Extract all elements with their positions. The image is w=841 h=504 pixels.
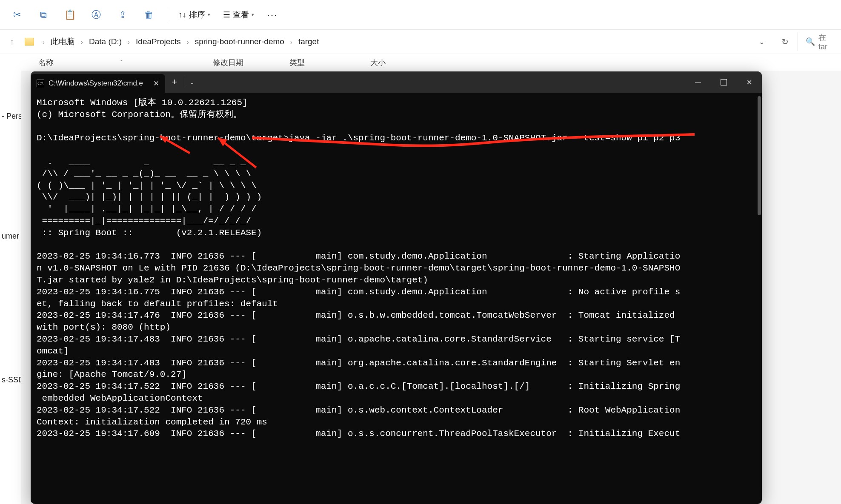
terminal-line: D:\IdeaProjects\spring-boot-runner-demo\… [37, 133, 680, 143]
folder-icon [25, 38, 34, 46]
breadcrumb-segment[interactable]: 此电脑 [51, 36, 75, 47]
terminal-line: 2023-02-25 19:34:17.609 INFO 21636 --- [… [37, 429, 680, 439]
refresh-icon[interactable]: ↻ [777, 37, 792, 47]
chevron-down-icon: ▾ [208, 12, 210, 17]
terminal-line: T.jar started by yale2 in D:\IdeaProject… [37, 275, 428, 285]
terminal-tab-title: C:\Windows\System32\cmd.e [49, 79, 143, 88]
terminal-line: \\/ ___)| |_)| | | | | || (_| | ) ) ) ) [37, 192, 262, 202]
breadcrumb[interactable]: › 此电脑 › Data (D:) › IdeaProjects › sprin… [25, 36, 772, 47]
chevron-right-icon: › [81, 38, 83, 46]
view-label: 查看 [233, 9, 249, 20]
breadcrumb-segment[interactable]: target [298, 37, 319, 46]
terminal-line: Microsoft Windows [版本 10.0.22621.1265] [37, 98, 248, 108]
cut-icon[interactable]: ✂ [4, 4, 30, 26]
breadcrumb-segment[interactable]: spring-boot-runner-demo [195, 37, 284, 46]
terminal-line: /\\ / ___'_ __ _ _(_)_ __ __ _ \ \ \ \ [37, 169, 251, 179]
more-icon[interactable]: ··· [261, 6, 284, 24]
close-icon[interactable]: ✕ [153, 79, 159, 88]
sidebar-item[interactable]: umer [0, 228, 21, 244]
terminal-body[interactable]: Microsoft Windows [版本 10.0.22621.1265] (… [31, 93, 762, 504]
chevron-right-icon: › [187, 38, 189, 46]
toolbar-separator [167, 9, 167, 21]
sort-icon: ↑↓ [178, 10, 186, 20]
view-button[interactable]: ☰ 查看 ▾ [217, 6, 260, 24]
explorer-sidebar: - Perso umer s-SSD ( [0, 71, 21, 504]
terminal-tab[interactable]: C:\ C:\Windows\System32\cmd.e ✕ [31, 74, 165, 93]
terminal-window: C:\ C:\Windows\System32\cmd.e ✕ + ⌄ Micr… [31, 71, 762, 504]
window-controls [685, 71, 762, 93]
cmd-icon: C:\ [37, 80, 44, 87]
sidebar-item[interactable]: s-SSD ( [0, 372, 21, 388]
terminal-line: 2023-02-25 19:34:17.522 INFO 21636 --- [… [37, 382, 680, 391]
up-arrow-icon[interactable]: ↑ [4, 37, 20, 47]
terminal-line: 2023-02-25 19:34:17.483 INFO 21636 --- [… [37, 358, 680, 368]
minimize-button[interactable] [685, 71, 711, 93]
column-name[interactable]: 名称 ˄ [38, 57, 213, 68]
terminal-line: 2023-02-25 19:34:16.773 INFO 21636 --- [… [37, 251, 680, 261]
terminal-line: embedded WebApplicationContext [37, 393, 203, 403]
terminal-line: (c) Microsoft Corporation。保留所有权利。 [37, 110, 242, 120]
share-icon[interactable]: ⇪ [110, 4, 135, 26]
terminal-line: :: Spring Boot :: (v2.2.1.RELEASE) [37, 228, 262, 238]
chevron-right-icon: › [290, 38, 292, 46]
paste-icon[interactable]: 📋 [57, 4, 83, 26]
chevron-right-icon: › [43, 38, 45, 46]
rename-icon[interactable]: Ⓐ [83, 4, 109, 26]
column-headers: 名称 ˄ 修改日期 类型 大小 [0, 54, 841, 71]
terminal-line: Context: initialization completed in 720… [37, 417, 267, 427]
search-placeholder: 在 tar [818, 32, 837, 51]
chevron-down-icon: ▾ [252, 12, 254, 17]
chevron-right-icon: › [128, 38, 130, 46]
sort-button[interactable]: ↑↓ 排序 ▾ [172, 6, 216, 24]
terminal-line: et, falling back to default profiles: de… [37, 299, 278, 309]
terminal-line: ( ( )\___ | '_ | '_| | '_ \/ _` | \ \ \ … [37, 181, 257, 191]
terminal-line: 2023-02-25 19:34:17.522 INFO 21636 --- [… [37, 405, 680, 415]
delete-icon[interactable]: 🗑 [136, 4, 162, 26]
terminal-line: 2023-02-25 19:34:17.483 INFO 21636 --- [… [37, 334, 680, 344]
breadcrumb-segment[interactable]: Data (D:) [89, 37, 122, 46]
search-input[interactable]: 🔍 在 tar [798, 32, 837, 51]
breadcrumb-row: ↑ › 此电脑 › Data (D:) › IdeaProjects › spr… [0, 30, 841, 54]
terminal-line: 2023-02-25 19:34:17.476 INFO 21636 --- [… [37, 310, 680, 320]
terminal-line: gine: [Apache Tomcat/9.0.27] [37, 370, 187, 379]
sidebar-item[interactable]: - Perso [0, 108, 21, 124]
terminal-line: =========|_|==============|___/=/_/_/_/ [37, 216, 251, 226]
view-icon: ☰ [223, 10, 230, 20]
search-icon: 🔍 [806, 37, 815, 46]
terminal-line: with port(s): 8080 (http) [37, 322, 171, 332]
new-tab-button[interactable]: + [165, 71, 184, 93]
terminal-line: omcat] [37, 346, 69, 356]
explorer-toolbar: ✂ ⧉ 📋 Ⓐ ⇪ 🗑 ↑↓ 排序 ▾ ☰ 查看 ▾ ··· [0, 0, 841, 30]
column-date[interactable]: 修改日期 [213, 57, 289, 68]
column-size[interactable]: 大小 [370, 57, 417, 68]
close-button[interactable] [736, 71, 762, 93]
terminal-titlebar[interactable]: C:\ C:\Windows\System32\cmd.e ✕ + ⌄ [31, 71, 762, 93]
terminal-line: . ____ _ __ _ _ [37, 157, 246, 167]
breadcrumb-segment[interactable]: IdeaProjects [136, 37, 181, 46]
column-type[interactable]: 类型 [289, 57, 370, 68]
terminal-line: 2023-02-25 19:34:16.775 INFO 21636 --- [… [37, 287, 680, 297]
terminal-line: ' |____| .__|_| |_|_| |_\__, | / / / / [37, 204, 257, 214]
copy-icon[interactable]: ⧉ [31, 4, 56, 26]
maximize-button[interactable] [711, 71, 736, 93]
tab-dropdown-button[interactable]: ⌄ [184, 77, 199, 88]
sort-asc-icon: ˄ [120, 60, 123, 65]
chevron-down-icon[interactable]: ⌄ [759, 38, 772, 46]
sort-label: 排序 [189, 9, 205, 20]
terminal-line: n v1.0-SNAPSHOT on Le with PID 21636 (D:… [37, 263, 680, 273]
scrollbar[interactable] [758, 96, 761, 215]
